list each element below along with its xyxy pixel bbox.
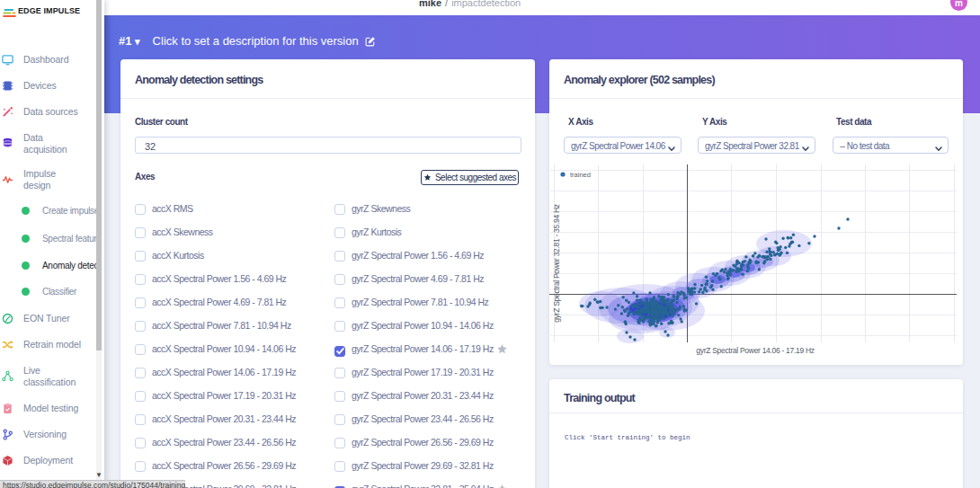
svg-text:gyrZ Spectral Power 32.81 - 35: gyrZ Spectral Power 32.81 - 35.94 Hz <box>552 204 561 322</box>
svg-text:trained: trained <box>570 171 591 179</box>
svg-text:gyrZ Spectral Power 14.06 - 17: gyrZ Spectral Power 14.06 - 17.19 Hz <box>696 346 814 355</box>
